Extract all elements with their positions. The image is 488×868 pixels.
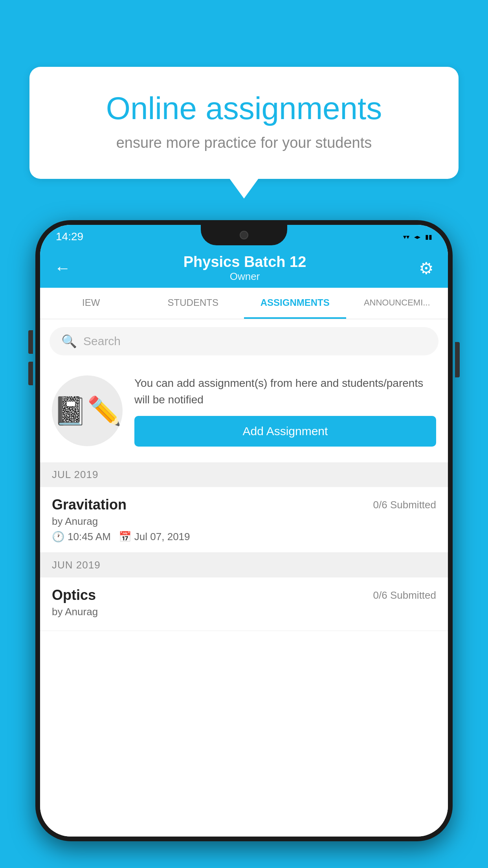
search-container: 🔍 Search — [40, 319, 448, 363]
section-header-jul: JUL 2019 — [40, 462, 448, 487]
app-bar-title-group: Physics Batch 12 Owner — [183, 254, 306, 283]
promo-icon-circle: 📓✏️ — [52, 375, 123, 446]
screen-content: 🔍 Search 📓✏️ You can add assignment(s) f… — [40, 319, 448, 837]
volume-down-button — [28, 362, 33, 385]
power-button — [455, 342, 460, 377]
assignment-author-optics: by Anurag — [52, 606, 436, 618]
assignment-row-top: Gravitation 0/6 Submitted — [52, 497, 436, 513]
tabs-container: IEW STUDENTS ASSIGNMENTS ANNOUNCEMI... — [40, 288, 448, 319]
assignment-item-gravitation[interactable]: Gravitation 0/6 Submitted by Anurag 🕐 10… — [40, 487, 448, 553]
app-bar: ← Physics Batch 12 Owner ⚙ — [40, 248, 448, 288]
tab-students[interactable]: STUDENTS — [142, 288, 244, 319]
search-placeholder: Search — [83, 335, 121, 348]
tab-iew[interactable]: IEW — [40, 288, 142, 319]
search-icon: 🔍 — [61, 334, 77, 349]
promo-description: You can add assignment(s) from here and … — [134, 375, 436, 408]
notebook-icon: 📓✏️ — [53, 395, 121, 427]
assignment-name-optics: Optics — [52, 587, 96, 603]
status-icons: ▾▾ ◂▸ ▮▮ — [403, 233, 432, 241]
assignment-meta-gravitation: 🕐 10:45 AM 📅 Jul 07, 2019 — [52, 531, 436, 543]
assignment-author-gravitation: by Anurag — [52, 515, 436, 528]
promo-text-area: You can add assignment(s) from here and … — [134, 375, 436, 447]
tab-announcements[interactable]: ANNOUNCEMI... — [346, 288, 448, 319]
phone-screen: 14:29 ▾▾ ◂▸ ▮▮ ← Physics Batch 12 Owner … — [40, 225, 448, 837]
bubble-title: Online assignments — [57, 90, 431, 127]
assignment-time-gravitation: 10:45 AM — [68, 531, 111, 543]
calendar-icon: 📅 — [119, 531, 131, 543]
section-header-jun: JUN 2019 — [40, 553, 448, 577]
assignment-submitted-gravitation: 0/6 Submitted — [373, 499, 436, 511]
assignment-date-gravitation: Jul 07, 2019 — [134, 531, 190, 543]
bubble-subtitle: ensure more practice for your students — [57, 134, 431, 151]
app-bar-subtitle: Owner — [183, 270, 306, 283]
promo-card: 📓✏️ You can add assignment(s) from here … — [40, 363, 448, 462]
meta-time-gravitation: 🕐 10:45 AM — [52, 531, 111, 543]
phone-frame: 14:29 ▾▾ ◂▸ ▮▮ ← Physics Batch 12 Owner … — [35, 220, 453, 841]
phone-notch — [201, 225, 287, 245]
settings-icon[interactable]: ⚙ — [419, 259, 434, 278]
tab-assignments[interactable]: ASSIGNMENTS — [244, 288, 346, 319]
section-label-jun: JUN 2019 — [52, 559, 101, 571]
volume-up-button — [28, 330, 33, 354]
phone-wrapper: 14:29 ▾▾ ◂▸ ▮▮ ← Physics Batch 12 Owner … — [35, 220, 453, 868]
section-label-jul: JUL 2019 — [52, 469, 98, 480]
add-assignment-button[interactable]: Add Assignment — [134, 416, 436, 447]
status-time: 14:29 — [56, 230, 83, 243]
assignment-row-top-optics: Optics 0/6 Submitted — [52, 587, 436, 603]
clock-icon: 🕐 — [52, 531, 64, 543]
camera — [240, 231, 248, 239]
wifi-icon: ▾▾ — [403, 233, 409, 241]
battery-icon: ▮▮ — [425, 233, 432, 241]
assignment-item-optics[interactable]: Optics 0/6 Submitted by Anurag — [40, 577, 448, 631]
assignment-submitted-optics: 0/6 Submitted — [373, 589, 436, 601]
signal-icon: ◂▸ — [414, 233, 420, 241]
assignment-name-gravitation: Gravitation — [52, 497, 127, 513]
speech-bubble: Online assignments ensure more practice … — [29, 67, 459, 179]
app-bar-title: Physics Batch 12 — [183, 254, 306, 270]
meta-date-gravitation: 📅 Jul 07, 2019 — [119, 531, 190, 543]
back-button[interactable]: ← — [54, 259, 71, 278]
search-bar[interactable]: 🔍 Search — [50, 327, 438, 355]
